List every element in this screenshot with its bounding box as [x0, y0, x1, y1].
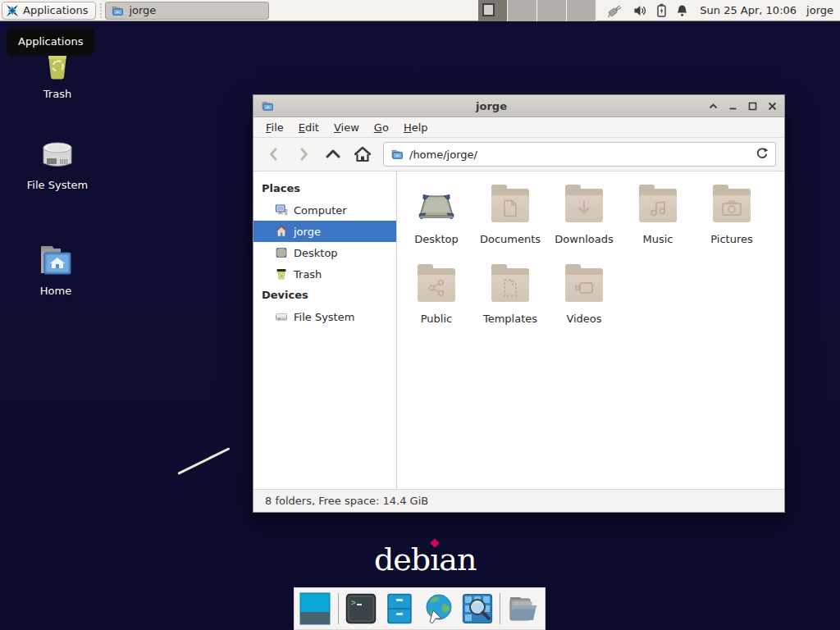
workspace-2[interactable] [508, 0, 537, 21]
document-folder-icon [473, 185, 547, 226]
file-label: Desktop [399, 233, 473, 245]
window-title: jorge [275, 100, 708, 112]
workspace-4[interactable] [567, 0, 596, 21]
menu-go[interactable]: Go [367, 117, 396, 138]
sidebar-item-label: File System [294, 311, 354, 323]
desktop-icon-label: Trash [23, 88, 92, 100]
menu-file[interactable]: File [258, 117, 291, 138]
statusbar: 8 folders, Free space: 14.4 GiB [253, 489, 784, 512]
workspace-switcher[interactable] [478, 0, 596, 21]
pictures-folder-icon [695, 185, 769, 226]
taskbar-window-label: jorge [129, 4, 156, 16]
maximize-button[interactable] [747, 101, 758, 112]
drive-icon [275, 310, 288, 323]
location-bar[interactable]: /home/jorge/ [383, 142, 776, 167]
toolbar: /home/jorge/ [253, 138, 784, 171]
templates-folder-icon [473, 264, 547, 305]
close-button[interactable] [767, 101, 778, 112]
battery-icon[interactable] [656, 3, 667, 17]
network-icon[interactable] [606, 3, 624, 18]
file-manager-window: jorge File Edit View Go Help [253, 94, 785, 513]
debian-text-right: an [439, 541, 476, 578]
panel-right-group: Sun 25 Apr, 10:06 jorge [478, 0, 840, 21]
clock[interactable]: Sun 25 Apr, 10:06 [700, 4, 797, 16]
file-item-music[interactable]: Music [621, 185, 695, 264]
trash-small-icon [275, 267, 288, 281]
show-desktop-button[interactable] [299, 592, 331, 625]
file-label: Downloads [547, 233, 621, 245]
sidebar-places-header: Places [253, 178, 396, 199]
web-browser-launcher[interactable] [422, 592, 454, 625]
volume-icon[interactable] [633, 4, 647, 17]
menu-edit[interactable]: Edit [291, 117, 326, 138]
sidebar-item-label: jorge [294, 226, 321, 238]
shade-button[interactable] [708, 101, 719, 112]
applications-icon [6, 4, 19, 17]
applications-tooltip: Applications [7, 27, 94, 56]
computer-icon [275, 203, 288, 217]
up-button[interactable] [321, 142, 345, 167]
sidebar-item-file-system[interactable]: File System [253, 306, 396, 327]
workspace-1[interactable] [478, 0, 508, 21]
terminal-launcher[interactable]: > [345, 592, 377, 625]
desktop-icon-file-system[interactable]: File System [23, 135, 92, 191]
dock-separator [500, 593, 500, 624]
home-button[interactable] [350, 142, 375, 167]
file-label: Public [399, 313, 473, 325]
sidebar-item-computer[interactable]: Computer [253, 199, 396, 221]
svg-text:>: > [351, 598, 356, 607]
file-label: Templates [473, 313, 547, 325]
minimize-button[interactable] [728, 101, 738, 112]
top-panel: Applications jorge [0, 0, 840, 21]
workspace-3[interactable] [537, 0, 567, 21]
globe-browser-icon [422, 592, 454, 625]
home-icon [275, 225, 288, 238]
applications-menu-button[interactable]: Applications [2, 2, 96, 20]
sidebar-item-trash[interactable]: Trash [253, 263, 396, 285]
file-label: Music [621, 233, 695, 245]
file-item-videos[interactable]: Videos [547, 264, 621, 344]
menu-view[interactable]: View [326, 117, 367, 138]
menu-help[interactable]: Help [396, 117, 436, 138]
sidebar-item-desktop[interactable]: Desktop [253, 242, 396, 263]
sidebar-item-label: Trash [294, 268, 322, 281]
window-titlebar[interactable]: jorge [253, 95, 784, 117]
path-input[interactable]: /home/jorge/ [409, 148, 750, 161]
music-folder-icon [621, 185, 695, 226]
file-cabinet-icon [386, 593, 413, 624]
back-button[interactable] [262, 142, 286, 167]
desktop-root: { "panel": { "applications_label": "Appl… [0, 0, 840, 630]
show-desktop-icon [299, 592, 331, 625]
file-item-public[interactable]: Public [399, 264, 473, 344]
panel-username[interactable]: jorge [806, 4, 833, 16]
sidebar-devices-header: Devices [253, 285, 396, 306]
reload-button[interactable] [756, 147, 769, 162]
desktop-icon-label: File System [23, 179, 92, 191]
share-folder-icon [399, 264, 473, 305]
wallpaper-scribble-line [177, 447, 230, 475]
app-finder-launcher[interactable] [461, 592, 493, 625]
file-manager-launcher[interactable] [384, 592, 416, 625]
debian-wordmark: debıan [374, 541, 476, 578]
file-label: Videos [547, 313, 621, 325]
file-item-pictures[interactable]: Pictures [695, 185, 769, 264]
app-finder-icon [462, 593, 493, 624]
download-folder-icon [547, 185, 621, 226]
file-label: Pictures [695, 233, 769, 245]
taskbar-window-button[interactable]: jorge [105, 2, 269, 20]
file-item-templates[interactable]: Templates [473, 264, 547, 344]
debian-text-left: deb [374, 541, 430, 578]
sidebar-item-label: Desktop [294, 247, 338, 259]
file-item-documents[interactable]: Documents [473, 185, 547, 264]
sidebar-item-jorge[interactable]: jorge [253, 221, 396, 242]
folder-icon [111, 4, 124, 17]
file-item-desktop[interactable]: Desktop [399, 185, 473, 264]
forward-button[interactable] [291, 142, 316, 167]
notifications-icon[interactable] [676, 4, 688, 17]
hard-drive-icon [23, 135, 92, 173]
folder-launcher[interactable] [507, 592, 540, 625]
sidebar: Places Computer [253, 171, 397, 489]
desktop-icon-home[interactable]: Home [21, 241, 90, 297]
file-item-downloads[interactable]: Downloads [547, 185, 621, 264]
home-folder-icon [21, 241, 90, 279]
